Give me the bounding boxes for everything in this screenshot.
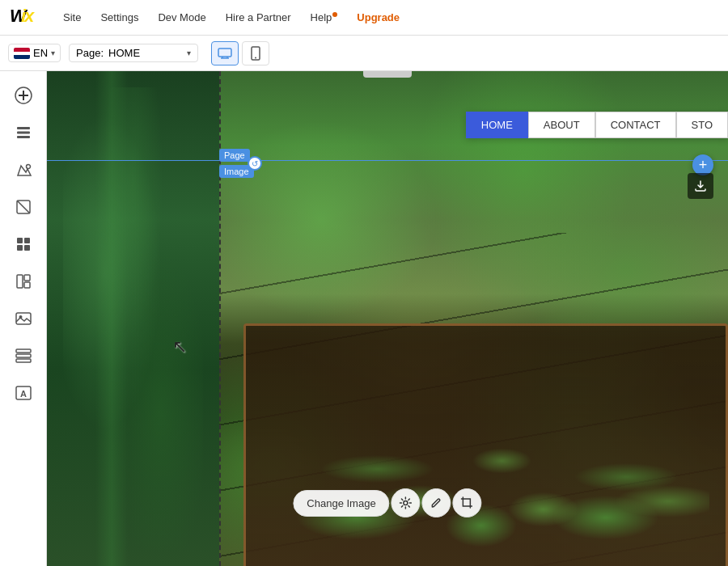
left-pillar	[47, 71, 219, 566]
menu-dev-mode[interactable]: Dev Mode	[156, 8, 207, 27]
flag-icon	[14, 48, 30, 59]
sidebar-sections-icon[interactable]	[7, 340, 40, 372]
nav-item-home[interactable]: HOME	[466, 112, 528, 138]
sidebar-text-icon[interactable]: A	[7, 377, 40, 409]
view-buttons	[211, 41, 269, 65]
menu-hire-partner[interactable]: Hire a Partner	[224, 8, 293, 27]
desktop-view-button[interactable]	[211, 41, 239, 65]
editor-area: A Page Image ↺	[0, 71, 728, 566]
raised-bed	[243, 323, 728, 566]
pillar-leaves	[63, 87, 203, 550]
nav-item-sto[interactable]: STO	[676, 112, 729, 138]
nav-item-contact[interactable]: CONTACT	[595, 112, 676, 138]
settings-icon-btn[interactable]	[392, 488, 421, 517]
seedlings	[294, 388, 709, 550]
svg-rect-27	[16, 354, 31, 357]
svg-rect-21	[17, 275, 23, 288]
language-label: EN	[33, 47, 48, 59]
second-bar: EN ▾ Page: HOME ▾	[0, 36, 728, 71]
selection-line	[47, 160, 728, 161]
svg-rect-28	[16, 359, 31, 362]
svg-rect-22	[24, 275, 30, 281]
divider-line	[219, 71, 221, 566]
svg-rect-2	[218, 49, 231, 57]
svg-rect-13	[17, 136, 30, 138]
sidebar-layout-icon[interactable]	[7, 265, 40, 298]
edit-icon-btn[interactable]	[422, 488, 451, 517]
page-chevron-icon: ▾	[187, 49, 191, 57]
svg-text:ix: ix	[21, 6, 35, 25]
svg-rect-11	[17, 127, 30, 129]
nav-bar: HOME ABOUT CONTACT STO	[466, 112, 728, 138]
svg-point-31	[404, 501, 408, 505]
page-name: HOME	[108, 47, 140, 59]
nav-item-about[interactable]: ABOUT	[528, 112, 595, 138]
mobile-view-button[interactable]	[242, 41, 269, 65]
svg-text:A: A	[20, 389, 27, 399]
bottom-toolbar: Change Image	[293, 488, 481, 517]
sidebar-design-icon[interactable]	[7, 154, 40, 186]
wix-logo[interactable]: W ix	[10, 6, 45, 30]
svg-line-16	[17, 201, 30, 213]
menu-upgrade[interactable]: Upgrade	[355, 8, 401, 27]
sidebar-pages-icon[interactable]	[7, 116, 40, 149]
svg-rect-19	[17, 245, 23, 251]
svg-point-14	[26, 165, 30, 169]
rotate-handle[interactable]: ↺	[248, 156, 262, 171]
sidebar-media-icon[interactable]	[7, 302, 40, 335]
svg-rect-26	[16, 349, 31, 353]
change-image-button[interactable]: Change Image	[293, 490, 389, 517]
language-selector[interactable]: EN ▾	[8, 44, 61, 62]
top-bar: W ix Site Settings Dev Mode Hire a Partn…	[0, 0, 728, 36]
svg-point-7	[255, 57, 256, 58]
scroll-handle	[363, 71, 412, 78]
left-sidebar: A	[0, 71, 47, 566]
svg-rect-17	[17, 238, 23, 243]
svg-rect-12	[17, 132, 30, 134]
svg-rect-24	[16, 313, 31, 324]
sidebar-add-button[interactable]	[7, 79, 40, 112]
crop-icon-btn[interactable]	[453, 488, 482, 517]
svg-rect-23	[24, 282, 30, 288]
page-prefix: Page:	[76, 47, 104, 59]
svg-rect-20	[24, 245, 30, 251]
menu-site[interactable]: Site	[61, 8, 83, 27]
sidebar-apps-icon[interactable]	[7, 228, 40, 260]
svg-rect-18	[24, 238, 30, 243]
canvas: Page Image ↺ + HOME ABOUT CONTACT STO Ch…	[47, 71, 728, 566]
sidebar-crop-icon[interactable]	[7, 191, 40, 223]
chevron-down-icon: ▾	[51, 49, 55, 57]
page-selector[interactable]: Page: HOME ▾	[69, 44, 198, 62]
page-label[interactable]: Page	[219, 149, 250, 162]
download-button[interactable]	[688, 173, 713, 199]
menu-settings[interactable]: Settings	[99, 8, 140, 27]
menu-help[interactable]: Help	[309, 8, 340, 27]
